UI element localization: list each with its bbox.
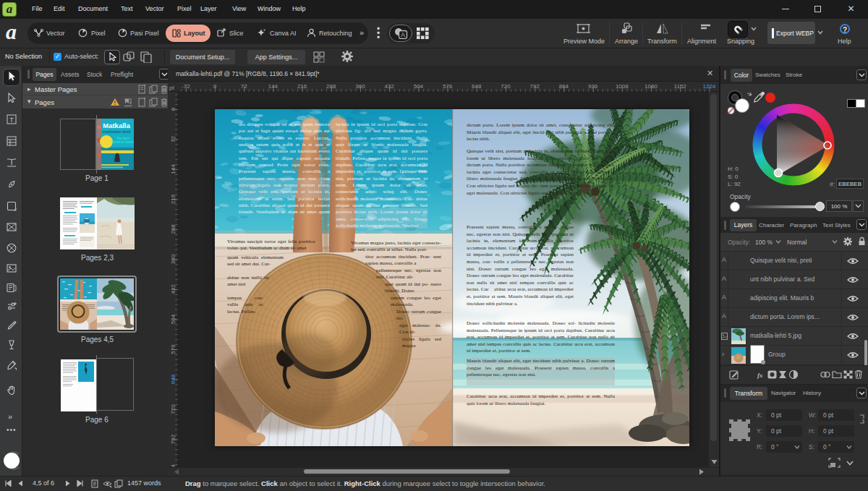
svg-text:Matkalla: Matkalla: [103, 121, 130, 129]
svg-text:A: A: [401, 31, 405, 38]
svg-text:792: 792: [170, 434, 176, 444]
svg-text:72: 72: [170, 136, 176, 142]
svg-text:1008: 1008: [616, 83, 629, 90]
svg-text:936: 936: [588, 83, 598, 90]
svg-text:288: 288: [170, 224, 176, 234]
svg-text:144: 144: [268, 83, 278, 90]
svg-text:72: 72: [241, 83, 247, 90]
svg-text:720: 720: [501, 83, 511, 90]
svg-text:-72: -72: [182, 83, 190, 90]
svg-text:288: 288: [326, 83, 336, 90]
svg-text:vacation beach: vacation beach: [111, 140, 134, 144]
svg-text:0: 0: [213, 83, 217, 90]
svg-text:1224: 1224: [703, 83, 716, 90]
svg-text:720: 720: [170, 404, 176, 414]
svg-text:1152: 1152: [674, 83, 687, 90]
svg-text:T: T: [9, 158, 14, 166]
svg-text:792: 792: [530, 83, 540, 90]
svg-text:504: 504: [414, 83, 424, 90]
svg-text:576: 576: [443, 83, 453, 90]
svg-text:504: 504: [170, 314, 176, 324]
svg-text:360: 360: [170, 254, 176, 264]
svg-text:fx: fx: [757, 372, 763, 379]
svg-text:576: 576: [170, 344, 176, 354]
svg-text:maailmaan tästä: maailmaan tästä: [103, 129, 131, 134]
svg-text:432: 432: [385, 83, 395, 90]
svg-text:216: 216: [297, 83, 307, 90]
svg-text:T: T: [9, 116, 14, 124]
svg-text:648: 648: [170, 374, 176, 384]
svg-text:432: 432: [170, 284, 176, 294]
svg-text:216: 216: [170, 194, 176, 204]
svg-text:864: 864: [559, 83, 569, 90]
svg-text:144: 144: [170, 164, 176, 174]
svg-text:360: 360: [355, 83, 365, 90]
svg-text:648: 648: [472, 83, 482, 90]
svg-text:1080: 1080: [644, 83, 658, 90]
svg-text:0: 0: [170, 107, 176, 111]
